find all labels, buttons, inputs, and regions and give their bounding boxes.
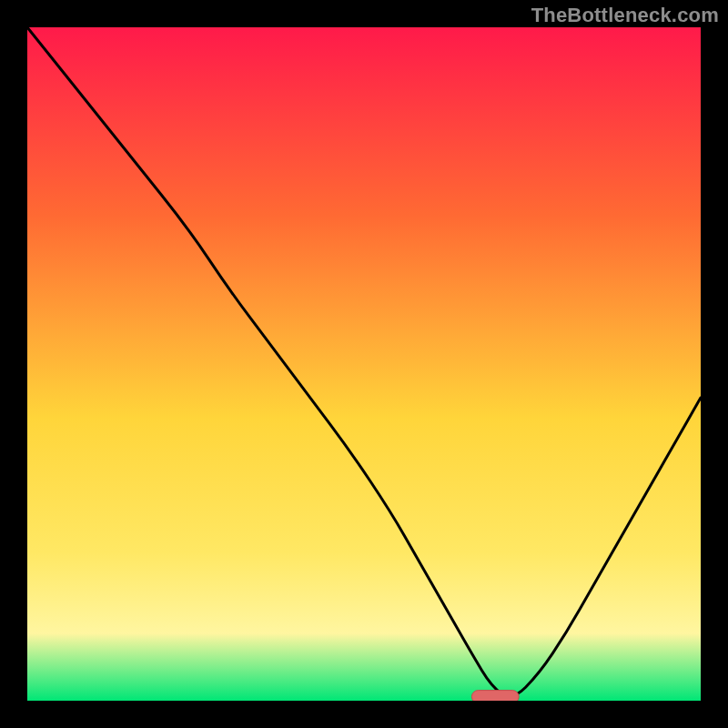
watermark-text: TheBottleneck.com: [531, 4, 719, 27]
chart-frame: TheBottleneck.com: [0, 0, 728, 728]
plot-svg: [27, 27, 701, 701]
plot-area: [27, 27, 701, 701]
optimum-marker: [471, 691, 519, 701]
gradient-background: [27, 27, 701, 701]
